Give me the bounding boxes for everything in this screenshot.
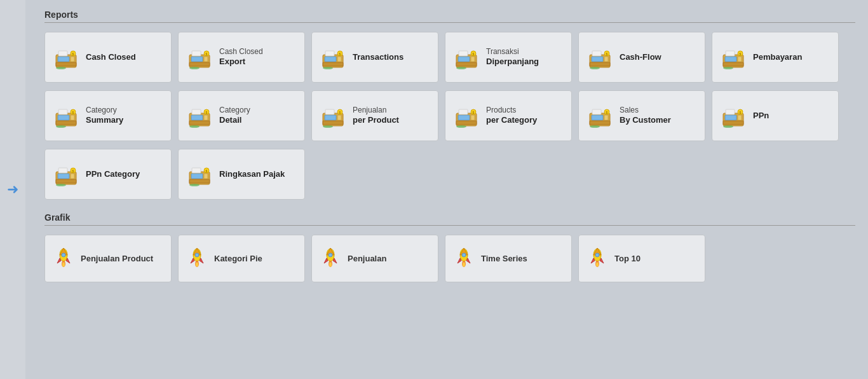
grafik-label-4: Top 10 [614,254,641,263]
svg-rect-41 [725,57,736,62]
svg-point-31 [456,67,466,69]
svg-text:$: $ [72,169,74,173]
row1-card-5[interactable]: $ Pembayaran [712,32,839,83]
row3-card-0[interactable]: $ PPn Category [44,149,172,200]
svg-point-139 [463,263,465,267]
svg-text:$: $ [473,52,475,56]
row2-line1-3: Products [486,106,537,116]
svg-rect-89 [725,115,736,120]
svg-rect-34 [604,57,608,62]
svg-rect-33 [592,57,603,62]
svg-rect-107 [189,179,210,183]
grafik-rocket-icon-4 [587,247,608,270]
svg-rect-12 [192,51,201,56]
svg-rect-35 [590,62,610,66]
svg-rect-76 [459,109,468,114]
grafik-label-1: Kategori Pie [214,254,262,263]
grafik-rocket-icon-0 [53,247,74,270]
svg-rect-90 [738,115,742,120]
row3-card-1[interactable]: $ Ringkasan Pajak [178,149,305,200]
row2-card-5[interactable]: $ PPn [712,90,839,141]
main-content: Reports $ Cash Closed $ Cash ClosedExp [32,0,868,292]
svg-text:$: $ [339,111,341,114]
svg-point-23 [323,67,333,69]
svg-point-71 [323,125,333,128]
reports-row3: $ PPn Category $ Ringkasan Pajak [44,149,855,200]
svg-rect-108 [192,168,201,173]
svg-point-111 [189,184,200,186]
row2-icon-0: $ [53,102,79,129]
svg-rect-27 [456,62,477,66]
row2-card-4[interactable]: $ SalesBy Customer [578,90,705,141]
row2-label-5: PPn [753,111,769,121]
svg-point-132 [329,263,332,267]
grafik-card-0[interactable]: Penjualan Product [44,235,172,282]
row2-line1-1: Category [219,106,250,116]
svg-rect-17 [325,57,336,62]
grafik-label-0: Penjualan Product [81,254,153,263]
sidebar-toggle[interactable]: ➜ [7,181,18,198]
grafik-card-4[interactable]: Top 10 [578,235,705,282]
svg-point-135 [462,253,466,257]
row1-icon-0: $ [53,44,79,71]
row3-label-0: PPn Category [86,169,140,180]
svg-rect-4 [58,51,67,56]
reports-row1: $ Cash Closed $ Cash ClosedExport $ [44,32,855,83]
svg-rect-83 [590,121,610,125]
svg-rect-59 [189,121,210,125]
svg-point-7 [56,67,66,69]
row2-icon-3: $ [453,102,480,129]
row1-line1-3: Transaksi [486,47,539,57]
row2-card-1[interactable]: $ CategoryDetail [178,90,305,141]
svg-rect-92 [726,109,735,114]
svg-point-15 [189,67,200,69]
row2-line2-1: Detail [219,115,250,126]
row3-icon-1: $ [186,161,213,188]
row2-line1-2: Penjualan [353,106,399,116]
row2-card-3[interactable]: $ Productsper Category [445,90,572,141]
grafik-card-3[interactable]: Time Series [445,235,572,282]
svg-rect-19 [323,62,343,66]
svg-rect-42 [738,57,742,62]
row1-card-2[interactable]: $ Transactions [311,32,438,83]
row2-line2-2: per Product [353,115,399,126]
svg-rect-57 [191,115,203,120]
row1-card-4[interactable]: $ Cash-Flow [578,32,705,83]
svg-point-114 [62,253,65,257]
svg-point-63 [189,125,200,128]
svg-text:$: $ [740,111,742,114]
row1-card-1[interactable]: $ Cash ClosedExport [178,32,305,83]
grafik-card-1[interactable]: Kategori Pie [178,235,305,282]
svg-rect-67 [323,121,343,125]
row1-card-0[interactable]: $ Cash Closed [44,32,172,83]
row2-card-0[interactable]: $ CategorySummary [44,90,172,141]
svg-rect-43 [723,62,743,66]
grafik-rocket-icon-2 [320,247,341,270]
svg-rect-51 [56,121,76,125]
svg-rect-99 [56,179,76,183]
svg-rect-73 [458,115,470,120]
svg-text:$: $ [339,52,341,56]
svg-point-125 [196,263,198,267]
svg-point-39 [590,67,600,69]
svg-rect-82 [604,115,608,120]
svg-rect-91 [723,121,743,125]
svg-rect-1 [58,57,69,62]
svg-point-55 [56,125,66,128]
reports-section-title: Reports [44,10,855,20]
reports-divider [44,22,855,23]
svg-rect-11 [189,62,210,66]
row1-icon-1: $ [186,44,213,71]
row1-label-4: Cash-Flow [620,52,661,63]
svg-rect-49 [58,115,69,120]
reports-row2: $ CategorySummary $ CategoryDetail $ [44,90,855,141]
svg-text:$: $ [206,52,208,56]
svg-point-79 [456,125,466,128]
row1-icon-4: $ [587,44,613,71]
row1-card-3[interactable]: $ TransaksiDiperpanjang [445,32,572,83]
row1-icon-5: $ [720,44,747,71]
svg-point-103 [56,184,66,186]
row2-card-2[interactable]: $ Penjualanper Product [311,90,438,141]
grafik-card-2[interactable]: Penjualan [311,235,438,282]
svg-point-146 [596,263,599,267]
